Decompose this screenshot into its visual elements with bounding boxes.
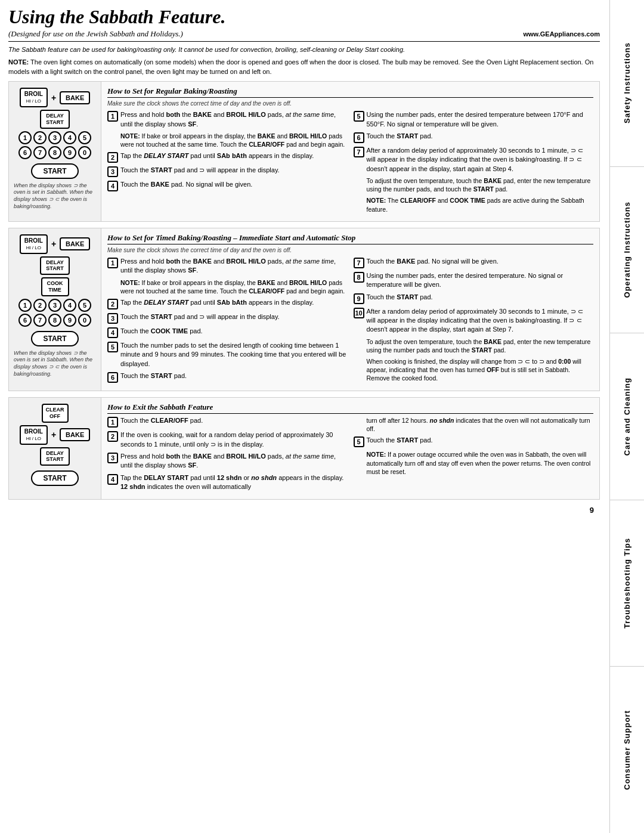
section2-bake-button: BAKE <box>60 237 90 250</box>
step3-note-turnoff: turn off after 12 hours. no shdn indicat… <box>367 416 594 433</box>
section2-num-0: 0 <box>78 314 91 327</box>
section3-bake-button: BAKE <box>60 428 90 441</box>
step2-num-2: 2 <box>107 299 118 309</box>
step2-text-7: Touch the BAKE pad. No signal will be gi… <box>367 257 594 266</box>
step-2-3: 3 Touch the START pad and ⊃ will appear … <box>107 312 348 324</box>
step3-text-1: Touch the CLEAR/OFF pad. <box>120 416 348 425</box>
step-3-5: 5 Touch the START pad. <box>354 436 594 447</box>
step-2-1: 1 Press and hold both the BAKE and BROIL… <box>107 257 348 275</box>
step3-text-4: Tap the DELAY START pad until 12 shdn or… <box>120 473 348 492</box>
step-num-4: 4 <box>107 181 118 191</box>
section2-num-5: 5 <box>78 299 91 312</box>
delay-start-button: DELAYSTART <box>40 110 70 129</box>
bake-button: BAKE <box>60 91 90 104</box>
step3-text-3: Press and hold both the BAKE and BROIL H… <box>120 452 348 470</box>
step-2-10: 10 After a random delay period of approx… <box>354 307 594 335</box>
keypad-caption-1: When the display shows ⊃ the oven is set… <box>14 182 96 210</box>
note-label: NOTE: <box>8 58 29 66</box>
step-1-7: 7 After a random delay period of approxi… <box>354 146 594 174</box>
step2-text-8: Using the number pads, enter the desired… <box>367 271 594 290</box>
num-8: 8 <box>48 146 61 159</box>
section3-title: How to Exit the Sabbath Feature <box>107 402 593 414</box>
section2-start-button: START <box>31 331 78 346</box>
keypad-caption-2: When the display shows ⊃ the oven is set… <box>14 350 96 378</box>
section3-broil-sub: HI / LO <box>26 436 41 441</box>
sidebar-section-safety: Safety Instructions <box>610 0 644 167</box>
section2-num-1: 1 <box>18 299 32 312</box>
step2-text-6: Touch the START pad. <box>120 371 348 380</box>
main-content: Using the Sabbath Feature. (Designed for… <box>0 0 608 521</box>
step3-text-2: If the oven is cooking, wait for a rando… <box>120 431 348 449</box>
section3-col-right: turn off after 12 hours. no shdn indicat… <box>354 416 594 494</box>
sidebar-care-label: Care and Cleaning <box>623 377 631 456</box>
step-1-6: 6 Touch the START pad. <box>354 132 594 143</box>
sidebar-troubleshooting-label: Troubleshooting Tips <box>623 538 631 628</box>
section1-subtitle: Make sure the clock shows the correct ti… <box>107 100 593 107</box>
step2-num-6: 6 <box>107 372 118 383</box>
section1-title: How to Set for Regular Baking/Roasting <box>107 86 593 98</box>
sidebar-section-care: Care and Cleaning <box>610 333 644 500</box>
section2-col-left: 1 Press and hold both the BAKE and BROIL… <box>107 257 348 386</box>
step2-num-5: 5 <box>107 342 118 352</box>
step2-note-finish: When cooking is finished, the display wi… <box>367 357 594 383</box>
step-text-4: Touch the BAKE pad. No signal will be gi… <box>120 180 348 189</box>
start-button: START <box>31 163 78 179</box>
step-num-1: 1 <box>107 111 118 122</box>
step-1-3: 3 Touch the START pad and ⊃ will appear … <box>107 166 348 177</box>
section3-delay-start-button: DELAYSTART <box>40 447 70 466</box>
step-num-2: 2 <box>107 152 118 163</box>
section2-two-col: 1 Press and hold both the BAKE and BROIL… <box>107 257 593 386</box>
step-2-2: 2 Tap the DELAY START pad until SAb bAth… <box>107 298 348 309</box>
step-1-4: 4 Touch the BAKE pad. No signal will be … <box>107 180 348 191</box>
step-num-7: 7 <box>354 147 364 157</box>
section3-broil-button: BROILHI / LO <box>20 425 48 445</box>
section3-plus-icon: + <box>51 430 56 439</box>
step2-text-9: Touch the START pad. <box>367 293 594 302</box>
step3-num-1: 1 <box>107 417 118 428</box>
section3-start-button: START <box>31 470 78 486</box>
step2-note-adjust: To adjust the oven temperature, touch th… <box>367 337 594 354</box>
keypad-top-row: BROILHI / LO + BAKE <box>20 88 90 107</box>
section1-instructions: How to Set for Regular Baking/Roasting M… <box>101 82 599 221</box>
step2-text-3: Touch the START pad and ⊃ will appear in… <box>120 312 348 321</box>
sidebar-safety-label: Safety Instructions <box>623 42 631 123</box>
section2-num-6: 6 <box>18 314 32 327</box>
num-4: 4 <box>63 131 76 144</box>
step-note-1: NOTE: If bake or broil appears in the di… <box>120 132 348 148</box>
section2-keypad-top-row: BROILHI / LO + BAKE <box>20 234 90 254</box>
note-content: The oven light comes on automatically (o… <box>8 58 593 75</box>
step-3-2: 2 If the oven is cooking, wait for a ran… <box>107 431 348 449</box>
section2-block: BROILHI / LO + BAKE DELAYSTART COOKTIME … <box>8 228 600 391</box>
section3-keypad: CLEAROFF BROILHI / LO + BAKE DELAYSTART … <box>9 398 101 499</box>
step-text-1: Press and hold both the BAKE and BROIL H… <box>120 110 348 129</box>
intro-text: The Sabbath feature can be used for baki… <box>8 45 600 54</box>
step2-num-1: 1 <box>107 258 118 268</box>
step-3-3: 3 Press and hold both the BAKE and BROIL… <box>107 452 348 470</box>
step-num-3: 3 <box>107 166 118 177</box>
step-2-7: 7 Touch the BAKE pad. No signal will be … <box>354 257 594 268</box>
section3-block: CLEAROFF BROILHI / LO + BAKE DELAYSTART … <box>8 397 600 500</box>
section2-instructions: How to Set for Timed Baking/Roasting – I… <box>101 228 599 391</box>
step2-note-1: NOTE: If bake or broil appears in the di… <box>120 278 348 295</box>
section3-instructions: How to Exit the Sabbath Feature 1 Touch … <box>101 398 599 499</box>
section1-col-right: 5 Using the number pads, enter the desir… <box>354 110 594 216</box>
section2-num-7: 7 <box>33 314 47 327</box>
num-1: 1 <box>18 131 32 144</box>
sidebar-consumer-label: Consumer Support <box>623 710 631 790</box>
section2-subtitle: Make sure the clock shows the correct ti… <box>107 247 593 253</box>
section2-broil-sub: HI / LO <box>26 245 41 250</box>
step3-note-power: NOTE: If a power outage occurred while t… <box>367 450 594 476</box>
num-5: 5 <box>78 131 91 144</box>
sidebar-section-consumer: Consumer Support <box>610 667 644 833</box>
step-num-5: 5 <box>354 111 364 122</box>
section2-num-2: 2 <box>33 299 47 312</box>
step2-num-9: 9 <box>354 293 364 304</box>
num-0: 0 <box>78 146 91 159</box>
step-1-5: 5 Using the number pads, enter the desir… <box>354 110 594 129</box>
note-text: NOTE: The oven light comes on automatica… <box>8 58 600 76</box>
step2-text-10: After a random delay period of approxima… <box>367 307 594 335</box>
broil-sub: HI / LO <box>26 98 41 104</box>
sidebar-section-troubleshooting: Troubleshooting Tips <box>610 500 644 667</box>
step2-text-4: Touch the COOK TIME pad. <box>120 327 348 336</box>
step-1-2: 2 Tap the DELAY START pad until SAb bAth… <box>107 151 348 163</box>
